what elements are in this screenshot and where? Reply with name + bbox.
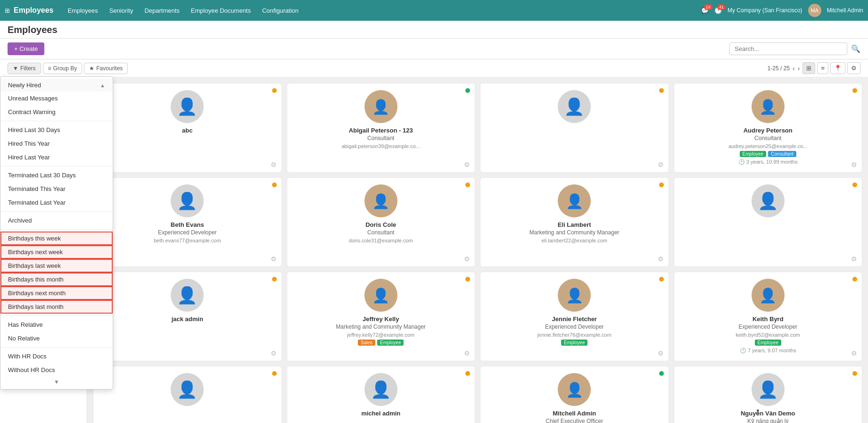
group-by-button[interactable]: ≡ Group By [43, 63, 83, 74]
scroll-down-button[interactable]: ▼ [0, 377, 113, 387]
dropdown-item-unread-messages[interactable]: Unread Messages [0, 91, 113, 105]
employee-name: Doris Cole [365, 221, 396, 228]
tag: Employee [561, 340, 587, 346]
employee-name: Audrey Peterson [744, 127, 793, 134]
card-action-button[interactable]: ⚙ [851, 255, 857, 263]
card-action-button[interactable]: ⚙ [271, 349, 277, 357]
card-action-button[interactable]: ⚙ [658, 255, 664, 263]
user-name[interactable]: Mitchell Admin [827, 7, 863, 14]
dropdown-item-terminated-last-30-days[interactable]: Terminated Last 30 Days [0, 168, 113, 182]
search-input[interactable] [729, 42, 847, 55]
pagination-text: 1-25 / 25 [768, 65, 790, 72]
dropdown-item-no-relative[interactable]: No Relative [0, 332, 113, 345]
nav-seniority[interactable]: Seniority [105, 5, 138, 16]
avatar-placeholder: 👤 [177, 286, 198, 305]
dropdown-item-without-hr-docs[interactable]: Without HR Docs [0, 363, 113, 377]
next-page-button[interactable]: › [798, 65, 800, 72]
employee-card[interactable]: 👤Jeffrey KellyMarketing and Community Ma… [287, 272, 476, 361]
card-action-button[interactable]: ⚙ [464, 161, 470, 168]
employee-card[interactable]: 👤⚙ [93, 366, 282, 423]
avatar: 👤 [752, 90, 785, 123]
employee-tags: EmployeeConsultant [740, 151, 796, 157]
employee-role: Consultant [754, 135, 781, 141]
chat-icon[interactable]: 💬14 [701, 7, 709, 14]
dropdown-item-hired-last-year[interactable]: Hired Last Year [0, 150, 113, 164]
nav-items: Employees Seniority Departments Employee… [63, 5, 701, 16]
card-action-button[interactable]: ⚙ [271, 161, 277, 168]
dropdown-item-hired-this-year[interactable]: Hired This Year [0, 137, 113, 150]
create-button[interactable]: + Create [8, 42, 44, 55]
avatar-img: 👤 [566, 287, 583, 304]
employee-card[interactable]: 👤Beth EvansExperienced Developerbeth.eva… [93, 177, 282, 267]
avatar: 👤 [558, 279, 591, 312]
dropdown-item-with-hr-docs[interactable]: With HR Docs [0, 349, 113, 363]
dropdown-item-contract-warning[interactable]: Contract Warning [0, 105, 113, 119]
dropdown-item-terminated-this-year[interactable]: Terminated This Year [0, 182, 113, 196]
nav-employee-documents[interactable]: Employee Documents [186, 5, 256, 16]
nav-configuration[interactable]: Configuration [257, 5, 303, 16]
tag: Employee [755, 340, 781, 346]
page-title: Employees [8, 25, 860, 38]
dropdown-item-birthdays-last-month[interactable]: Birthdays last month [0, 300, 113, 314]
dropdown-item-birthdays-this-week[interactable]: Birthdays this week [0, 232, 113, 245]
dropdown-separator-22 [0, 347, 113, 348]
search-icon-button[interactable]: 🔍 [851, 44, 860, 53]
nav-departments[interactable]: Departments [140, 5, 184, 16]
card-action-button[interactable]: ⚙ [464, 255, 470, 263]
employee-card[interactable]: 👤Audrey PetersonConsultantaudrey.peterso… [674, 83, 863, 173]
activity-view-button[interactable]: ⚙ [847, 62, 860, 74]
status-dot [465, 182, 470, 187]
kanban-view-button[interactable]: ⊞ [802, 62, 815, 74]
status-dot [659, 88, 664, 93]
employee-card[interactable]: 👤⚙ [674, 177, 863, 267]
dropdown-item-birthdays-this-month[interactable]: Birthdays this month [0, 273, 113, 286]
avatar-img: 👤 [372, 99, 389, 115]
employee-card[interactable]: 👤Doris ColeConsultantdoris.cole31@exampl… [287, 177, 476, 267]
employee-name: Eli Lambert [558, 221, 591, 228]
employee-card[interactable]: 👤Mitchell AdminChief Executive Officerai… [480, 366, 669, 423]
avatar-img: 👤 [566, 193, 583, 209]
employee-card[interactable]: 👤Jennie FletcherExperienced Developerjen… [480, 272, 669, 361]
card-action-button[interactable]: ⚙ [658, 161, 664, 168]
dropdown-item-terminated-last-year[interactable]: Terminated Last Year [0, 196, 113, 209]
app-grid-icon[interactable]: ⊞ [5, 7, 10, 14]
dropdown-item-birthdays-last-week[interactable]: Birthdays last week [0, 259, 113, 273]
nav-employees[interactable]: Employees [63, 5, 102, 16]
list-view-button[interactable]: ≡ [817, 62, 828, 74]
filters-label: Filters [20, 65, 36, 72]
filters-button[interactable]: ▼ Filters [8, 63, 41, 74]
company-name[interactable]: My Company (San Francisco) [727, 7, 802, 14]
employee-card[interactable]: 👤Eli LambertMarketing and Community Mana… [480, 177, 669, 267]
dropdown-item-hired-last-30-days[interactable]: Hired Last 30 Days [0, 123, 113, 137]
employee-card[interactable]: 👤michel admin⚙ [287, 366, 476, 423]
user-avatar[interactable]: MA [808, 4, 821, 17]
status-dot [659, 182, 664, 187]
dropdown-item-archived[interactable]: Archived [0, 214, 113, 227]
card-action-button[interactable]: ⚙ [658, 349, 664, 357]
avatar-placeholder: 👤 [758, 191, 778, 211]
employee-card[interactable]: 👤abc⚙ [93, 83, 282, 173]
card-action-button[interactable]: ⚙ [851, 349, 857, 357]
clock-icon[interactable]: 🕐41 [714, 7, 722, 14]
scroll-up-icon[interactable]: ▲ [100, 83, 105, 88]
view-icons: ⊞ ≡ 📍 ⚙ [802, 62, 860, 74]
avatar: 👤 [364, 90, 397, 123]
employee-card[interactable]: 👤⚙ [480, 83, 669, 173]
card-action-button[interactable]: ⚙ [271, 255, 277, 263]
card-action-button[interactable]: ⚙ [464, 349, 470, 357]
map-view-button[interactable]: 📍 [830, 62, 845, 74]
page-header: Employees [0, 21, 868, 39]
employee-name: Keith Byrd [752, 315, 784, 323]
employee-card[interactable]: 👤Nguyễn Văn DemoKỹ năng quản lýinfo@your… [674, 366, 863, 423]
dropdown-item-has-relative[interactable]: Has Relative [0, 318, 113, 332]
employee-card[interactable]: 👤Abigail Peterson - 123Consultantabigail… [287, 83, 476, 173]
favourites-button[interactable]: ★ Favourites [84, 63, 128, 74]
card-action-button[interactable]: ⚙ [851, 161, 857, 168]
dropdown-item-birthdays-next-month[interactable]: Birthdays next month [0, 286, 113, 300]
dropdown-item-birthdays-next-week[interactable]: Birthdays next week [0, 245, 113, 259]
employee-card[interactable]: 👤Keith ByrdExperienced Developerkeith.by… [674, 272, 863, 361]
prev-page-button[interactable]: ‹ [793, 65, 795, 72]
employee-card[interactable]: 👤jack admin⚙ [93, 272, 282, 361]
app-name[interactable]: Employees [14, 6, 53, 15]
main-body: 🏢 COMPANY All My Company (San Fra... 25 … [0, 77, 868, 423]
